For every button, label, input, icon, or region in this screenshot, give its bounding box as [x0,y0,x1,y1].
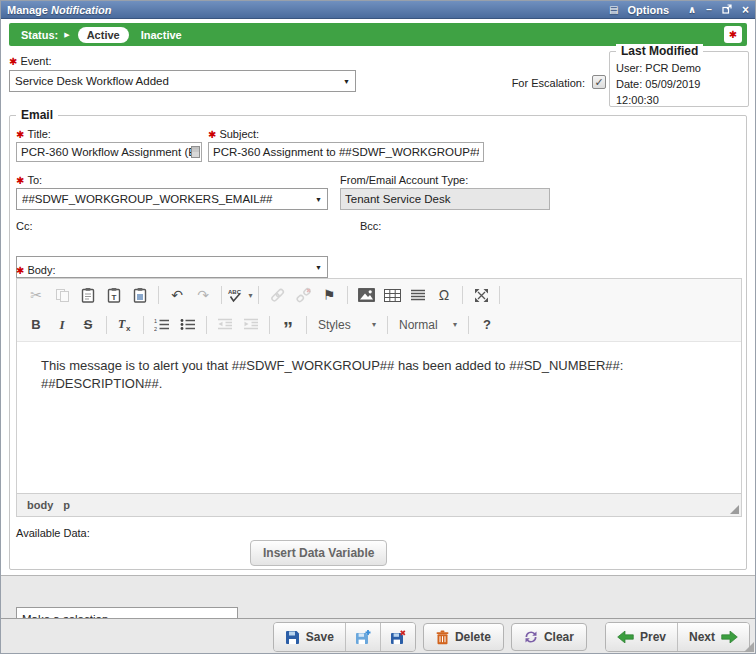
blockquote-icon[interactable]: ” [275,313,301,337]
editor-toolbar-row-1: ✂T↶↷ABC▾⚑Ω [17,279,741,311]
required-asterisk-icon: ✱ [16,265,24,276]
editor-resize-handle[interactable] [730,505,739,514]
toolbar-separator [468,316,469,334]
insert-data-variable-button[interactable]: Insert Data Variable [250,540,387,566]
maximize-icon [474,288,489,303]
to-combo-value: ##SDWF_WORKGROUP_WORKERS_EMAIL## [22,193,309,205]
toolbar-separator [221,286,222,304]
save-and-close-button[interactable] [380,623,415,651]
clear-button[interactable]: Clear [511,623,587,651]
svg-text:x: x [126,324,131,332]
delete-button-label: Delete [455,630,491,644]
cut-icon[interactable]: ✂ [23,283,49,307]
status-option-active[interactable]: Active [78,27,129,43]
save-and-new-button[interactable] [345,623,380,651]
dropdown-arrow-icon: ▼ [315,196,322,203]
remove-format-icon[interactable]: Tx [112,313,138,337]
maximize-icon[interactable] [468,283,494,307]
status-option-inactive[interactable]: Inactive [141,29,182,41]
paste-word-icon [133,287,147,303]
paste-text-icon[interactable]: T [101,283,127,307]
indent-icon [243,318,259,331]
last-modified-box: Last Modified User: PCR Demo Date: 05/09… [609,51,749,107]
next-button[interactable]: Next [677,623,749,651]
redo-icon[interactable]: ↷ [190,283,216,307]
close-icon[interactable]: × [742,5,749,15]
svg-text:1: 1 [154,318,157,324]
from-account-input [340,188,550,210]
image-icon [358,288,375,302]
format-combo[interactable]: Normal▾ [393,313,463,337]
paste-word-icon[interactable] [127,283,153,307]
prev-button-label: Prev [640,630,666,644]
dropdown-arrow-icon: ▼ [315,264,322,271]
toolbar-separator [206,316,207,334]
required-asterisk-icon: ✱ [208,129,216,140]
last-modified-legend: Last Modified [616,44,703,58]
title-input[interactable] [16,142,202,162]
toolbar-separator [347,286,348,304]
last-modified-user: User: PCR Demo [616,60,742,76]
link-icon[interactable] [264,283,290,307]
cc-combo[interactable]: ▼ [16,256,328,278]
spellcheck-icon[interactable]: ABC▾ [227,283,253,307]
window-titlebar: Manage Notification ▤ Options ∧ − × [1,1,755,19]
horizontal-rule-icon[interactable] [405,283,431,307]
italic-icon[interactable]: I [49,313,75,337]
toolbar-separator [269,316,270,334]
strikethrough-icon[interactable]: S [75,313,101,337]
text-overflow-grip-icon [191,146,200,158]
image-icon[interactable] [353,283,379,307]
restore-icon[interactable] [722,4,732,16]
required-asterisk-icon: ✱ [9,56,17,67]
minimize-icon[interactable]: − [706,5,712,15]
about-icon[interactable]: ? [474,313,500,337]
paste-icon[interactable] [75,283,101,307]
subject-input[interactable] [208,142,484,162]
window-resize-handle[interactable] [744,642,754,652]
indent-icon[interactable] [238,313,264,337]
format-combo-label: Normal [399,318,438,332]
window-title: Manage Notification [7,4,112,16]
refresh-clear-icon [524,630,538,644]
anchor-flag-icon[interactable]: ⚑ [316,283,342,307]
bullet-list-icon[interactable] [175,313,201,337]
event-select[interactable]: Service Desk Workflow Added ▼ [9,70,356,92]
status-toggle-bar: Status: ▶ Active Inactive ✱ [9,23,747,46]
path-element-body[interactable]: body [27,499,53,511]
table-icon[interactable] [379,283,405,307]
styles-combo[interactable]: Styles▾ [312,313,382,337]
special-character-icon[interactable]: Ω [431,283,457,307]
svg-text:T: T [112,293,117,302]
save-button[interactable]: Save [274,623,345,651]
prev-button[interactable]: Prev [606,623,677,651]
unlink-icon[interactable] [290,283,316,307]
options-list-icon: ▤ [609,4,618,15]
numbered-list-icon[interactable]: 12 [149,313,175,337]
prev-arrow-icon [617,631,634,643]
save-floppy-icon [285,630,300,645]
redo-icon: ↷ [197,287,209,303]
save-button-group: Save [273,622,416,652]
required-indicator-button[interactable]: ✱ [724,26,742,43]
link-icon [269,287,286,303]
undo-icon[interactable]: ↶ [164,283,190,307]
options-menu[interactable]: Options [627,4,669,16]
collapse-icon[interactable]: ∧ [688,5,696,15]
status-label: Status: [21,29,58,41]
from-account-label: From/Email Account Type: [340,174,468,186]
path-element-p[interactable]: p [63,499,70,511]
dropdown-caret-icon: ▾ [248,291,252,300]
outdent-icon[interactable] [212,313,238,337]
toolbar-separator [258,286,259,304]
escalation-checkbox[interactable] [592,75,606,89]
required-asterisk-icon: ✱ [16,175,24,186]
save-and-close-icon [390,630,406,645]
bold-icon[interactable]: B [23,313,49,337]
email-fieldset: Email ✱Title: ✱Subject: ✱To: ##SDWF_WORK… [9,115,747,570]
copy-icon[interactable] [49,283,75,307]
dropdown-arrow-icon: ▼ [343,78,350,85]
body-editing-area[interactable]: This message is to alert you that ##SDWF… [17,341,741,493]
to-combo[interactable]: ##SDWF_WORKGROUP_WORKERS_EMAIL## ▼ [16,188,328,210]
delete-button[interactable]: Delete [423,623,504,651]
